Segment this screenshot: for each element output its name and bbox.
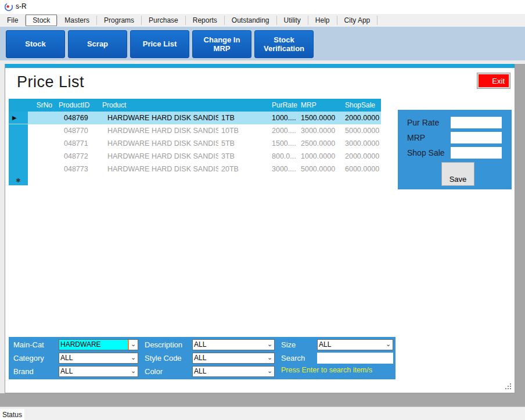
grid-header-row: SrNoProductIDProductPurRateMRPShopSale (9, 99, 381, 112)
grid-column-header-productid[interactable]: ProductID (56, 101, 99, 109)
cell-product: HARDWARE HARD DISK SANDISK (99, 114, 218, 122)
filter-panel: Search Press Enter to search item/s Main… (9, 337, 395, 379)
menu-bar: FileStockMastersProgramsPurchaseReportsO… (0, 14, 525, 27)
grid-column-header-shopsale[interactable]: ShopSale (342, 101, 381, 109)
menu-item-stock[interactable]: Stock (26, 15, 57, 26)
pur-rate-label: Pur Rate (407, 118, 451, 127)
page-title: Price List (17, 73, 84, 91)
row-selector-cell[interactable] (9, 137, 28, 150)
shop-sale-input[interactable] (451, 147, 502, 159)
menu-item-city-app[interactable]: City App (337, 14, 377, 27)
mrp-input[interactable] (451, 132, 502, 143)
cell-purrate: 3000.... (269, 165, 298, 173)
menu-item-file[interactable]: File (0, 14, 25, 27)
cell-mrp: 1000.0000 (298, 152, 342, 160)
menu-item-help[interactable]: Help (308, 14, 337, 27)
main-cat-value: HARDWARE (59, 340, 129, 350)
toolbar-button-scrap[interactable]: Scrap (68, 30, 127, 58)
row-selector-cell[interactable]: ▶ (9, 112, 28, 124)
new-row-selector-cell[interactable]: ✱ (9, 175, 28, 185)
table-row[interactable]: 048770HARDWARE HARD DISK SANDISK10TB2000… (9, 124, 381, 137)
chevron-down-icon: ⌄ (384, 340, 393, 350)
cell-size: 20TB (218, 165, 269, 173)
description-value: ALL (193, 340, 265, 350)
cell-productid: 048773 (56, 165, 99, 173)
row-selector-cell[interactable] (9, 124, 28, 137)
left-margin (0, 64, 5, 393)
brand-dropdown[interactable]: ALL⌄ (59, 366, 138, 377)
menu-item-utility[interactable]: Utility (277, 14, 308, 27)
cell-purrate: 800.0... (269, 152, 298, 160)
cell-shopsale: 2000.0000 (342, 152, 381, 160)
menu-item-programs[interactable]: Programs (97, 14, 141, 27)
menu-item-reports[interactable]: Reports (186, 14, 224, 27)
cell-shopsale: 2000.0000 (342, 114, 381, 122)
category-label: Category (13, 353, 44, 364)
chevron-down-icon: ⌄ (129, 353, 138, 363)
cell-size: 5TB (218, 139, 269, 148)
cell-shopsale: 6000.0000 (342, 165, 381, 173)
row-selector-cell[interactable] (9, 163, 28, 175)
grid-column-header-product[interactable]: Product (99, 101, 218, 109)
cell-mrp: 2500.0000 (298, 139, 342, 148)
edit-panel: Pur RateMRPShop Sale Save (398, 110, 512, 189)
table-row[interactable]: ▶048769HARDWARE HARD DISK SANDISK1TB1000… (9, 112, 381, 124)
toolbar-button-stock-verification[interactable]: Stock Verification (254, 30, 314, 58)
grid-column-header-srno[interactable]: SrNo (28, 101, 56, 109)
resize-grip-icon[interactable] (505, 383, 512, 390)
color-label: Color (145, 366, 163, 377)
table-row[interactable]: 048771HARDWARE HARD DISK SANDISK5TB1500.… (9, 137, 381, 150)
menu-item-masters[interactable]: Masters (57, 14, 96, 27)
window-title: s-R (16, 2, 27, 10)
brand-label: Brand (13, 366, 34, 377)
shop-sale-label: Shop Sale (407, 148, 451, 157)
cell-size: 10TB (218, 127, 269, 135)
chevron-down-icon: ⌄ (129, 340, 138, 350)
pur-rate-input[interactable] (451, 117, 502, 128)
menu-item-purchase[interactable]: Purchase (142, 14, 185, 27)
save-button[interactable]: Save (441, 162, 474, 186)
table-row[interactable]: 048772HARDWARE HARD DISK SANDISK3TB800.0… (9, 150, 381, 163)
category-dropdown[interactable]: ALL⌄ (59, 353, 138, 364)
app-icon (4, 2, 13, 12)
exit-button[interactable]: Exit (477, 73, 510, 88)
cell-shopsale: 3000.0000 (342, 139, 381, 148)
cell-product: HARDWARE HARD DISK SANDISK (99, 152, 218, 160)
cell-purrate: 1000.... (269, 114, 298, 122)
toolbar-button-change-in-mrp[interactable]: Change In MRP (192, 30, 251, 58)
size-label: Size (281, 339, 296, 350)
search-input[interactable] (317, 353, 393, 364)
cell-product: HARDWARE HARD DISK SANDISK (99, 165, 218, 173)
table-row[interactable]: 048773HARDWARE HARD DISK SANDISK20TB3000… (9, 163, 381, 175)
edit-field-row: Shop Sale (407, 147, 512, 159)
cell-productid: 048769 (56, 114, 99, 122)
grid-column-header-purrate[interactable]: PurRate (269, 101, 298, 109)
cell-purrate: 1500.... (269, 139, 298, 148)
style-code-label: Style Code (145, 353, 182, 364)
toolbar-button-stock[interactable]: Stock (6, 30, 65, 58)
category-value: ALL (59, 353, 129, 363)
search-hint: Press Enter to search item/s (281, 366, 372, 374)
cell-size: 3TB (218, 152, 269, 160)
grid-column-header-mrp[interactable]: MRP (298, 101, 342, 109)
brand-value: ALL (59, 367, 129, 376)
description-dropdown[interactable]: ALL⌄ (192, 339, 275, 350)
toolbar-button-price-list[interactable]: Price List (130, 30, 189, 58)
cell-mrp: 3000.0000 (298, 127, 342, 135)
chevron-down-icon: ⌄ (129, 367, 138, 376)
size-dropdown[interactable]: ALL⌄ (317, 339, 393, 350)
price-list-grid: SrNoProductIDProductPurRateMRPShopSale▶0… (9, 99, 381, 185)
row-selector-cell[interactable] (9, 150, 28, 163)
cell-product: HARDWARE HARD DISK SANDISK (99, 127, 218, 135)
content-accent-bar (5, 64, 515, 68)
main-cat-dropdown[interactable]: HARDWARE⌄ (59, 339, 138, 350)
chevron-down-icon: ⌄ (265, 353, 274, 363)
status-bar: Status (0, 407, 525, 420)
mrp-label: MRP (407, 133, 451, 142)
cell-mrp: 1500.0000 (298, 114, 342, 122)
description-label: Description (145, 339, 182, 350)
menu-item-outstanding[interactable]: Outstanding (225, 14, 276, 27)
new-row-icon: ✱ (16, 178, 20, 184)
color-dropdown[interactable]: ALL⌄ (192, 366, 275, 377)
style-code-dropdown[interactable]: ALL⌄ (192, 353, 275, 364)
